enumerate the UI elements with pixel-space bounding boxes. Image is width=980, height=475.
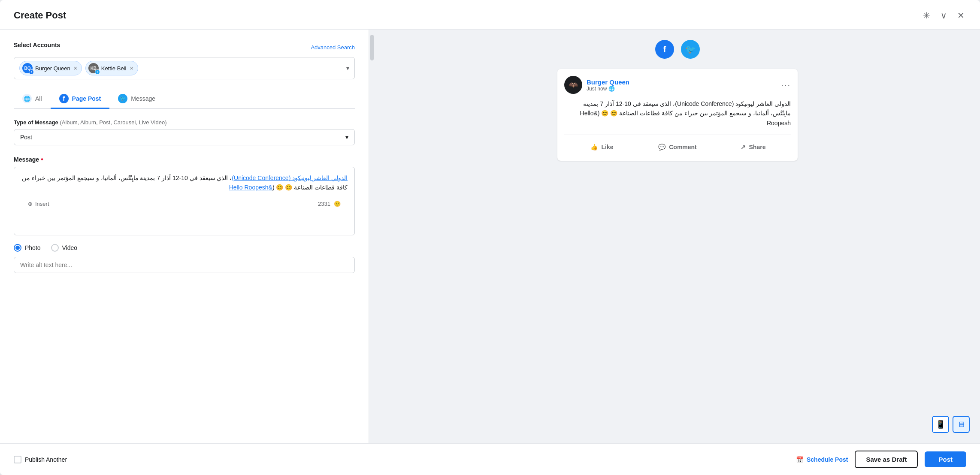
modal-title: Create Post — [14, 10, 66, 21]
video-radio[interactable]: Video — [51, 244, 78, 252]
twitter-preview-icon[interactable]: 🐦 — [681, 40, 700, 59]
desktop-preview-button[interactable]: 🖥 — [953, 416, 970, 433]
footer-left: Publish Another — [14, 456, 67, 463]
modal-header: Create Post ✳ ∨ ✕ — [0, 0, 980, 30]
scroll-track[interactable] — [370, 35, 374, 60]
remove-burger-queen[interactable]: × — [74, 65, 77, 71]
type-of-message-sublabel: (Album, Album, Post, Carousel, Live Vide… — [60, 119, 166, 126]
message-footer: ⊕ Insert 2331 🙂 — [21, 197, 348, 210]
emoji-picker-icon[interactable]: 🙂 — [334, 201, 341, 207]
message-type-value: Post — [20, 134, 32, 141]
publish-another-checkbox[interactable] — [14, 456, 21, 463]
facebook-preview-icon[interactable]: f — [655, 40, 674, 59]
message-type-chevron-icon: ▾ — [345, 134, 348, 141]
account-tag-burger-queen: BQ f Burger Queen × — [19, 61, 82, 75]
message-section: Message • الدولي العاشر ليونيكود (Unicod… — [14, 156, 355, 235]
post-meta: Just now 🌐 — [587, 86, 629, 92]
facebook-badge: f — [29, 69, 34, 75]
hello-link: &Hello Roopesh — [229, 184, 272, 191]
photo-radio[interactable]: Photo — [14, 244, 41, 252]
post-preview-card: 🦇 Burger Queen Just now 🌐 ··· الدولي الع… — [557, 69, 798, 161]
type-of-message-section: Type of Message (Album, Album, Post, Car… — [14, 119, 355, 145]
share-icon: ↗ — [741, 144, 746, 150]
char-count-area: 2331 🙂 — [318, 201, 341, 207]
mobile-icon: 📱 — [936, 420, 945, 429]
facebook-tab-icon: f — [59, 94, 69, 103]
twitter-badge: t — [95, 69, 100, 75]
alt-text-input[interactable] — [14, 257, 355, 273]
insert-button[interactable]: ⊕ Insert — [28, 201, 49, 207]
media-type-radio-group: Photo Video — [14, 244, 355, 252]
tab-page-post[interactable]: f Page Post — [51, 90, 110, 109]
accounts-selector[interactable]: BQ f Burger Queen × KB t Kettle Bell × ▾ — [14, 57, 355, 79]
post-card-header: 🦇 Burger Queen Just now 🌐 ··· — [564, 76, 791, 94]
account-tag-kettle-bell: KB t Kettle Bell × — [85, 61, 138, 75]
post-more-button[interactable]: ··· — [781, 80, 791, 90]
chevron-down-icon[interactable]: ∨ — [939, 9, 949, 22]
burger-queen-avatar: BQ f — [22, 63, 33, 73]
select-accounts-header: Select Accounts Advanced Search — [14, 42, 355, 53]
tab-page-post-label: Page Post — [72, 95, 101, 102]
advanced-search-link[interactable]: Advanced Search — [311, 44, 355, 51]
right-panel: f 🐦 🦇 Burger Queen Just now 🌐 — [375, 30, 980, 443]
message-type-dropdown[interactable]: Post ▾ — [14, 129, 355, 145]
tabs: 🌐 All f Page Post 🐦 Message — [14, 90, 355, 109]
message-label: Message • — [14, 156, 355, 163]
char-count: 2331 — [318, 201, 330, 207]
post-preview-content: الدولي العاشر ليونيكود (Unicode Conferen… — [564, 99, 791, 128]
tab-message-label: Message — [131, 95, 155, 102]
like-icon: 👍 — [590, 144, 598, 150]
message-content[interactable]: الدولي العاشر ليونيكود (Unicode Conferen… — [21, 173, 348, 192]
header-actions: ✳ ∨ ✕ — [921, 9, 966, 22]
type-of-message-label: Type of Message (Album, Album, Post, Car… — [14, 119, 355, 126]
comment-icon: 💬 — [658, 144, 665, 150]
video-label: Video — [62, 244, 78, 251]
modal-footer: Publish Another 📅 Schedule Post Save as … — [0, 443, 980, 475]
save-draft-label: Save as Draft — [866, 456, 907, 463]
required-indicator: • — [41, 156, 43, 163]
insert-plus-icon: ⊕ — [28, 201, 33, 207]
photo-radio-circle — [14, 244, 21, 252]
tab-message[interactable]: 🐦 Message — [109, 90, 164, 109]
schedule-post-button[interactable]: 📅 Schedule Post — [796, 456, 848, 463]
center-divider — [369, 30, 375, 443]
post-button[interactable]: Post — [925, 451, 966, 467]
modal-body: Select Accounts Advanced Search BQ f Bur… — [0, 30, 980, 443]
remove-kettle-bell[interactable]: × — [130, 65, 133, 71]
comment-label: Comment — [669, 144, 697, 150]
post-actions: 👍 Like 💬 Comment ↗ Share — [564, 135, 791, 154]
media-section: Photo Video — [14, 244, 355, 273]
left-panel: Select Accounts Advanced Search BQ f Bur… — [0, 30, 369, 443]
twitter-tab-icon: 🐦 — [118, 94, 127, 103]
insert-label: Insert — [35, 201, 49, 207]
message-textarea-wrapper: الدولي العاشر ليونيكود (Unicode Conferen… — [14, 167, 355, 235]
kettle-bell-name: Kettle Bell — [101, 65, 127, 72]
photo-label: Photo — [25, 244, 41, 251]
video-radio-circle — [51, 244, 59, 252]
comment-button[interactable]: 💬 Comment — [640, 140, 715, 154]
post-label: Post — [938, 456, 953, 463]
like-button[interactable]: 👍 Like — [564, 140, 640, 154]
preview-platform-icons: f 🐦 — [655, 40, 700, 59]
post-time: Just now — [587, 86, 607, 92]
accounts-chevron-icon: ▾ — [346, 65, 349, 72]
globe-tab-icon: 🌐 — [22, 94, 32, 103]
share-label: Share — [749, 144, 766, 150]
close-icon[interactable]: ✕ — [956, 9, 966, 22]
publish-another-label[interactable]: Publish Another — [25, 456, 67, 463]
share-button[interactable]: ↗ Share — [715, 140, 791, 154]
save-draft-button[interactable]: Save as Draft — [855, 451, 918, 468]
tab-all[interactable]: 🌐 All — [14, 90, 51, 109]
pin-icon[interactable]: ✳ — [921, 9, 932, 22]
mobile-preview-button[interactable]: 📱 — [932, 416, 949, 433]
post-card-user: 🦇 Burger Queen Just now 🌐 — [564, 76, 629, 94]
post-globe-icon: 🌐 — [608, 86, 615, 92]
post-avatar: 🦇 — [564, 76, 582, 94]
like-label: Like — [601, 144, 613, 150]
schedule-post-label: Schedule Post — [807, 456, 848, 463]
desktop-icon: 🖥 — [957, 420, 965, 429]
post-username: Burger Queen — [587, 78, 629, 86]
message-link: الدولي العاشر ليونيكود (Unicode Conferen… — [232, 174, 348, 181]
select-accounts-label: Select Accounts — [14, 42, 60, 48]
burger-queen-name: Burger Queen — [35, 65, 70, 72]
